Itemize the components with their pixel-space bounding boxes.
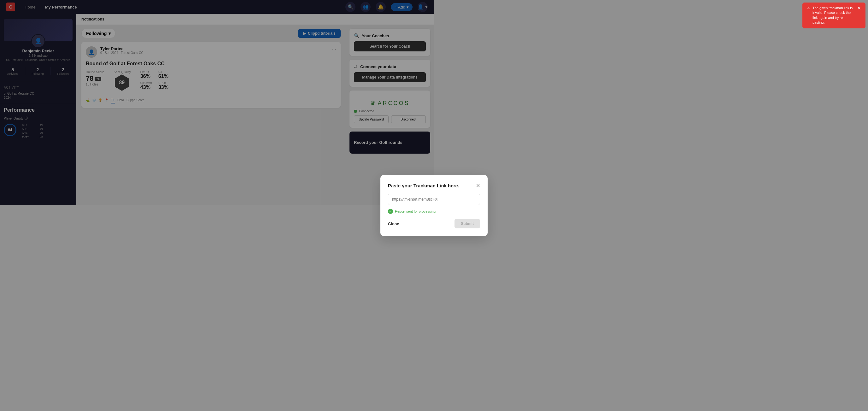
trackman-link-input[interactable] — [388, 194, 434, 205]
trackman-modal: Paste your Trackman Link here. ✕ ✓ Repor… — [380, 175, 434, 205]
modal-title: Paste your Trackman Link here. — [388, 183, 434, 188]
modal-overlay[interactable]: Paste your Trackman Link here. ✕ ✓ Repor… — [0, 0, 434, 205]
modal-header: Paste your Trackman Link here. ✕ — [388, 183, 434, 189]
